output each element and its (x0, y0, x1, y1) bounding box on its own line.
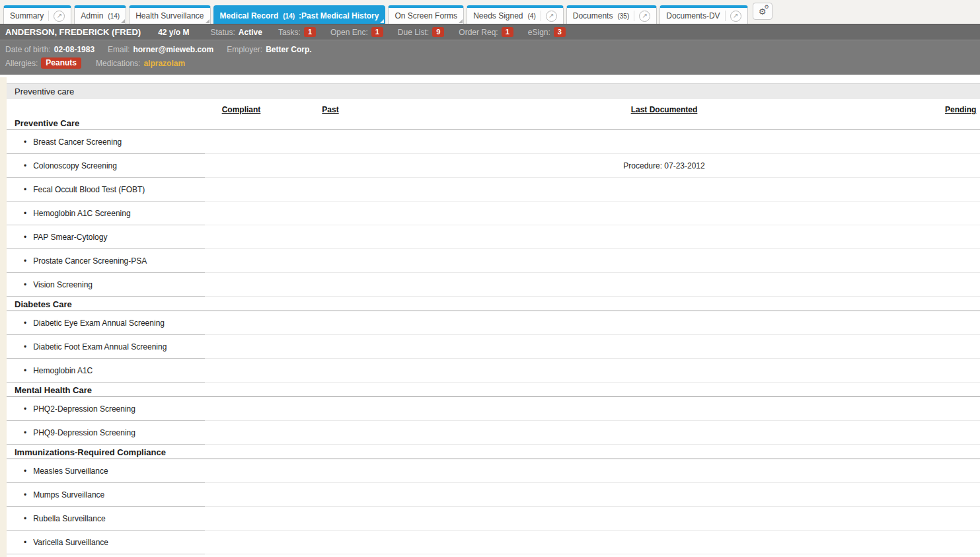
past-cell[interactable] (278, 225, 383, 249)
email-label: Email: (108, 45, 130, 54)
tasks-count-badge[interactable]: 1 (304, 27, 316, 37)
past-cell[interactable] (278, 421, 383, 445)
table-row: Diabetic Eye Exam Annual Screening (7, 311, 980, 335)
past-cell[interactable] (278, 130, 383, 154)
compliant-cell[interactable] (205, 178, 278, 202)
last-documented-cell (383, 397, 945, 421)
tab-documents-dv[interactable]: Documents-DV ↗ (660, 5, 747, 24)
past-cell[interactable] (278, 311, 383, 335)
compliant-cell[interactable] (205, 421, 278, 445)
past-cell[interactable] (278, 359, 383, 383)
past-cell[interactable] (278, 335, 383, 359)
tab-separator (725, 11, 726, 21)
last-documented-cell (383, 202, 945, 225)
tab-count: (35) (617, 13, 629, 20)
pending-cell (945, 397, 980, 421)
popout-icon[interactable]: ↗ (639, 11, 650, 22)
compliant-cell[interactable] (205, 273, 278, 297)
compliant-cell[interactable] (205, 311, 278, 335)
tab-label: Medical Record (220, 11, 279, 20)
pending-cell (945, 273, 980, 297)
employer-label: Employer: (227, 45, 262, 54)
table-row: Hemoglobin A1C Screening (7, 202, 980, 225)
past-cell[interactable] (278, 507, 383, 531)
compliant-cell[interactable] (205, 554, 278, 557)
past-cell[interactable] (278, 483, 383, 507)
table-row: PHQ9-Depression Screening (7, 421, 980, 445)
tab-label: Admin (81, 11, 103, 20)
popout-icon[interactable]: ↗ (730, 11, 741, 22)
tab-summary[interactable]: Summary ↗ (3, 5, 71, 24)
open-enc-count-badge[interactable]: 1 (371, 27, 383, 37)
compliant-cell[interactable] (205, 483, 278, 507)
table-row: Hepatitis B Surveillance (7, 554, 980, 557)
compliant-cell[interactable] (205, 359, 278, 383)
esign-count-badge[interactable]: 3 (554, 27, 566, 37)
past-cell[interactable] (278, 249, 383, 273)
past-column-header[interactable]: Past (278, 99, 383, 116)
screening-name: Hemoglobin A1C Screening (7, 202, 205, 225)
screening-name: Varicella Surveillance (7, 531, 205, 554)
past-cell[interactable] (278, 273, 383, 297)
screening-name: PAP Smear-Cytology (7, 225, 205, 249)
past-cell[interactable] (278, 554, 383, 557)
compliant-cell[interactable] (205, 335, 278, 359)
compliant-column-header[interactable]: Compliant (205, 99, 278, 116)
tab-needs-signed[interactable]: Needs Signed (4) ↗ (467, 5, 564, 24)
pending-column-header[interactable]: Pending (945, 99, 980, 116)
past-cell[interactable] (278, 178, 383, 202)
table-row: Diabetic Foot Exam Annual Screening (7, 335, 980, 359)
employer-value: Better Corp. (266, 45, 311, 54)
tab-on-screen-forms[interactable]: On Screen Forms (388, 5, 464, 24)
compliant-cell[interactable] (205, 507, 278, 531)
tab-documents[interactable]: Documents (35) ↗ (566, 5, 658, 24)
order-req-count-badge[interactable]: 1 (502, 27, 513, 37)
tab-label: On Screen Forms (395, 11, 457, 20)
last-documented-column-header[interactable]: Last Documented (383, 99, 945, 116)
compliant-cell[interactable] (205, 225, 278, 249)
screening-name: Diabetic Foot Exam Annual Screening (7, 335, 205, 359)
compliant-cell[interactable] (205, 397, 278, 421)
compliant-cell[interactable] (205, 249, 278, 273)
screening-name: Hepatitis B Surveillance (7, 554, 205, 557)
pending-cell (945, 249, 980, 273)
preventive-care-table: Compliant Past Last Documented Pending P… (7, 99, 980, 557)
tab-medical-record[interactable]: Medical Record (14) :Past Medical Histor… (213, 5, 386, 24)
due-list-count-badge[interactable]: 9 (432, 27, 444, 37)
past-cell[interactable] (278, 154, 383, 178)
pending-cell (945, 335, 980, 359)
compliant-cell[interactable] (205, 202, 278, 225)
past-cell[interactable] (278, 531, 383, 554)
pending-cell (945, 554, 980, 557)
popout-icon[interactable]: ↗ (546, 11, 557, 22)
settings-button[interactable]: ⚙ ⚙ (753, 3, 773, 20)
last-documented-cell (383, 359, 945, 383)
past-cell[interactable] (278, 459, 383, 483)
last-documented-cell (383, 483, 945, 507)
chart-tab-bar: Summary ↗ Admin (14) Health Surveillance… (0, 0, 980, 24)
pending-cell (945, 202, 980, 225)
tab-health-surveillance[interactable]: Health Surveillance (129, 5, 210, 24)
compliant-cell[interactable] (205, 459, 278, 483)
compliant-cell[interactable] (205, 154, 278, 178)
pending-cell (945, 359, 980, 383)
table-row: Hemoglobin A1C (7, 359, 980, 383)
corner-fold-icon (206, 19, 209, 23)
tab-separator (48, 11, 49, 21)
screening-name: Hemoglobin A1C (7, 359, 205, 383)
popout-icon[interactable]: ↗ (54, 11, 65, 22)
tab-admin[interactable]: Admin (14) (74, 5, 126, 24)
allergy-peanuts-badge[interactable]: Peanuts (41, 57, 81, 69)
table-row: Mumps Surveillance (7, 483, 980, 507)
last-documented-cell (383, 459, 945, 483)
patient-header-bar: ANDERSON, FREDERICK (FRED) 42 y/o M Stat… (0, 24, 980, 40)
tab-count: (14) (283, 13, 295, 20)
table-header-row: Compliant Past Last Documented Pending (7, 99, 980, 116)
compliant-cell[interactable] (205, 130, 278, 154)
compliant-cell[interactable] (205, 531, 278, 554)
tab-count: (14) (108, 13, 120, 20)
past-cell[interactable] (278, 397, 383, 421)
medication-link[interactable]: alprazolam (143, 59, 185, 68)
screening-name: Rubella Surveillance (7, 507, 205, 531)
past-cell[interactable] (278, 202, 383, 225)
